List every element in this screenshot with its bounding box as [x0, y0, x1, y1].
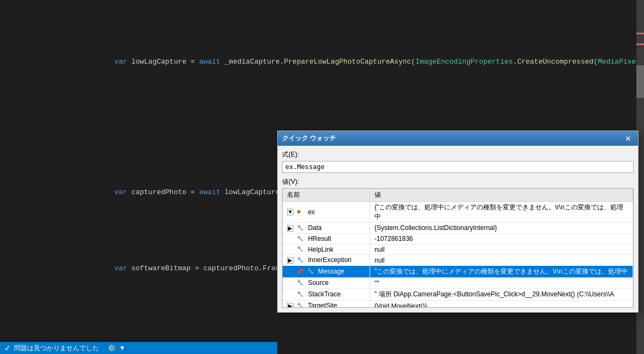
scrollbar-error-marker-1 — [636, 33, 644, 34]
tree-cell-value: {Void MoveNext()} — [370, 301, 633, 308]
scrollbar-thumb[interactable] — [636, 65, 644, 98]
tree-cell-name: 🔧 HResult — [283, 233, 370, 244]
expand-icon[interactable]: ▶ — [287, 257, 293, 264]
value-label: 値(V): — [282, 177, 634, 187]
tree-cell-name: 🔧 HelpLink — [283, 244, 370, 255]
tree-cell-value: null — [370, 255, 633, 266]
table-row[interactable]: 🔧 HResult -1072861836 — [283, 233, 633, 244]
dialog-titlebar[interactable]: クイック ウォッチ ✕ — [278, 131, 638, 146]
table-row[interactable]: 🔧 Source "" — [283, 278, 633, 289]
var-name: HResult — [308, 235, 332, 243]
table-header-row: 名前 値 — [283, 189, 633, 202]
wrench-icon: 🔧 — [297, 302, 304, 308]
tree-cell-name: ▶ 🔧 Data — [283, 223, 370, 234]
col-value: 値 — [370, 189, 633, 202]
col-name: 名前 — [283, 189, 370, 202]
tree-cell-value: null — [370, 244, 633, 255]
tree-cell-name: 🔧 StackTrace — [283, 289, 370, 301]
wrench-icon: 🔧 — [297, 246, 304, 253]
var-name: ex — [308, 208, 315, 216]
table-row[interactable]: ▶ 🔧 Data {System.Collections.ListDiction… — [283, 223, 633, 234]
var-name: TargetSite — [308, 302, 337, 308]
status-build-icon: ⚙️ — [108, 344, 116, 352]
watch-tree-container[interactable]: 名前 値 ▼ ◆ ex {"この変換では、処理中にメディアの種類を変更できません… — [282, 188, 634, 308]
expand-icon[interactable]: ▶ — [287, 225, 293, 232]
wrench-icon: 🔧 — [297, 291, 304, 299]
tree-cell-name: 📌 🔧 Message — [283, 266, 370, 278]
scrollbar-error-marker-2 — [636, 44, 644, 45]
status-icon: ✓ — [4, 344, 11, 352]
tree-cell-value: {System.Collections.ListDictionaryIntern… — [370, 223, 633, 234]
tree-cell-value: "この変換では、処理中にメディアの種類を変更できません。\r\nこの変換では、処… — [370, 266, 633, 278]
table-row[interactable]: ▶ 🔧 InnerException null — [283, 255, 633, 266]
tree-cell-name: ▼ ◆ ex — [283, 202, 370, 223]
tree-cell-name: ▶ 🔧 InnerException — [283, 255, 370, 266]
table-row[interactable]: ▶ 🔧 TargetSite {Void MoveNext()} — [283, 301, 633, 308]
status-text: 問題は見つかりませんでした — [14, 344, 99, 353]
tree-cell-value: {"この変換では、処理中にメディアの種類を変更できません。\r\nこの変換では、… — [370, 202, 633, 223]
dialog-close-button[interactable]: ✕ — [623, 134, 634, 143]
expand-icon[interactable]: ▶ — [287, 303, 293, 308]
wrench-icon: 🔧 — [297, 235, 304, 243]
dialog-body: 式(E): 値(V): 名前 値 ▼ ◆ — [278, 146, 638, 312]
wrench-icon: 🔧 — [307, 268, 315, 276]
expand-icon[interactable]: ▼ — [287, 209, 293, 215]
wrench-icon: 🔧 — [297, 257, 304, 264]
quick-watch-dialog: クイック ウォッチ ✕ 式(E): 値(V): 名前 値 — [277, 131, 639, 313]
var-name: Data — [308, 224, 322, 232]
diamond-icon: ◆ — [297, 208, 304, 216]
var-name: HelpLink — [308, 246, 334, 253]
expression-input[interactable] — [282, 161, 634, 173]
var-name: InnerException — [308, 256, 352, 264]
var-name: StackTrace — [308, 290, 341, 298]
var-name: Message — [318, 268, 345, 275]
table-row[interactable]: ▼ ◆ ex {"この変換では、処理中にメディアの種類を変更できません。\r\n… — [283, 202, 633, 223]
watch-tree-table: 名前 値 ▼ ◆ ex {"この変換では、処理中にメディアの種類を変更できません… — [283, 189, 633, 308]
status-build-text: ▼ — [119, 344, 126, 352]
table-row-selected[interactable]: 📌 🔧 Message "この変換では、処理中にメディアの種類を変更できません。… — [283, 266, 633, 278]
table-row[interactable]: 🔧 HelpLink null — [283, 244, 633, 255]
pin-icon: 📌 — [297, 269, 303, 275]
expression-label: 式(E): — [282, 150, 634, 159]
status-bar: ✓ 問題は見つかりませんでした ⚙️ ▼ — [0, 342, 277, 354]
tree-cell-value: " 場所 DiApp.CameraPage.<ButtonSavePic_Cli… — [370, 289, 633, 301]
tree-cell-value: -1072861836 — [370, 233, 633, 244]
code-line-1: var lowLagCapture = await _mediaCapture.… — [33, 46, 644, 78]
wrench-icon: 🔧 — [297, 280, 304, 287]
table-row[interactable]: 🔧 StackTrace " 場所 DiApp.CameraPage.<Butt… — [283, 289, 633, 301]
wrench-icon: 🔧 — [297, 225, 304, 232]
var-name: Source — [308, 279, 329, 287]
code-line-5 — [33, 328, 644, 339]
tree-cell-name: ▶ 🔧 TargetSite — [283, 301, 370, 308]
dialog-title: クイック ウォッチ — [282, 134, 336, 143]
tree-cell-name: 🔧 Source — [283, 278, 370, 289]
tree-cell-value: "" — [370, 278, 633, 289]
